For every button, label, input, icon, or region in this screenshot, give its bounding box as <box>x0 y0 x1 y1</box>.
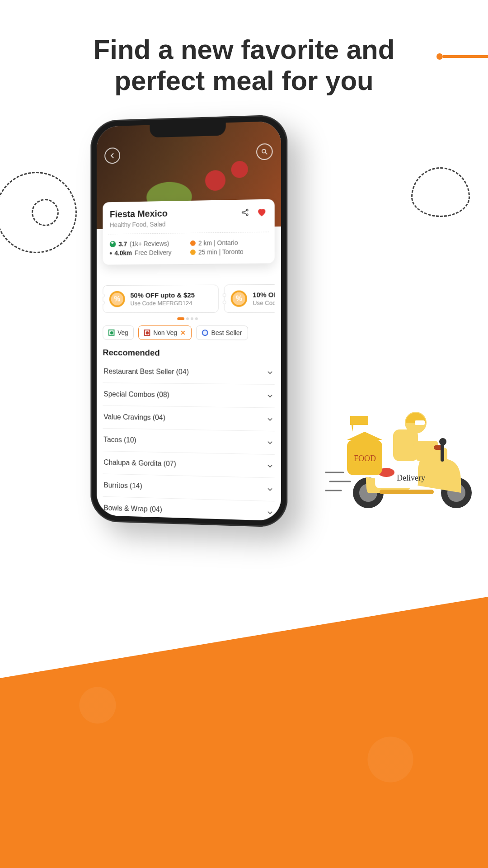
svg-point-0 <box>262 149 266 153</box>
decoration-circle <box>411 167 470 217</box>
category-label: Special Combos (08) <box>103 390 169 399</box>
filter-nonveg[interactable]: Non Veg ✕ <box>138 326 192 340</box>
svg-point-2 <box>246 209 248 211</box>
close-icon[interactable]: ✕ <box>180 329 186 336</box>
rating-row: 3.7 (1k+ Reviews) <box>110 240 185 248</box>
restaurant-cuisine: Healthy Food, Salad <box>110 221 168 229</box>
svg-rect-21 <box>415 420 425 425</box>
filter-bestseller[interactable]: Best Seller <box>196 326 248 340</box>
filter-chips: Veg Non Veg ✕ Best Seller <box>103 326 274 340</box>
coupon-card[interactable]: % 10% OFF Use Code <box>224 284 275 313</box>
bottom-band <box>0 597 488 868</box>
chevron-down-icon <box>266 369 273 376</box>
chevron-down-icon <box>266 486 273 493</box>
chevron-down-icon <box>266 462 273 470</box>
favorite-icon[interactable] <box>256 207 267 218</box>
category-label: Restaurant Best Seller (04) <box>103 368 189 376</box>
delivery-label: Free Delivery <box>135 249 172 256</box>
category-label: Tacos (10) <box>103 436 136 444</box>
location-2: 25 min | Toronto <box>198 248 244 256</box>
search-icon <box>261 148 268 156</box>
svg-point-3 <box>246 214 248 216</box>
filter-veg[interactable]: Veg <box>103 326 134 340</box>
restaurant-info-card: Fiesta Mexico Healthy Food, Salad 3.7 (1… <box>103 199 274 264</box>
phone-mockup: Fiesta Mexico Healthy Food, Salad 3.7 (1… <box>90 114 287 528</box>
delivery-box-label: FOOD <box>354 454 376 463</box>
carousel-pager <box>103 317 274 320</box>
filter-label: Non Veg <box>153 329 177 336</box>
svg-rect-23 <box>441 443 444 462</box>
coupon-code: Use Code MEFRGD124 <box>130 300 195 307</box>
location-1: 2 km | Ontario <box>198 239 238 247</box>
svg-marker-15 <box>347 432 382 440</box>
nonveg-icon <box>144 330 150 336</box>
pin-icon <box>190 241 196 246</box>
svg-marker-17 <box>350 416 368 425</box>
category-row[interactable]: Chalupa & Gordita (07) <box>103 451 274 478</box>
category-row[interactable]: Restaurant Best Seller (04) <box>103 360 274 385</box>
coupon-carousel[interactable]: % 50% OFF upto & $25 Use Code MEFRGD124 … <box>103 284 274 313</box>
phone-notch <box>150 123 225 137</box>
decoration-circle <box>32 199 59 226</box>
svg-rect-25 <box>380 490 434 494</box>
svg-point-1 <box>242 212 244 213</box>
filter-label: Best Seller <box>211 329 242 336</box>
percent-icon: % <box>109 291 125 307</box>
category-label: Chalupa & Gordita (07) <box>103 458 176 468</box>
category-row[interactable]: Special Combos (08) <box>103 383 274 408</box>
category-label: Burritos (14) <box>103 481 142 490</box>
eta-row: 25 min | Toronto <box>190 248 267 256</box>
veg-icon <box>108 330 115 336</box>
coupon-code: Use Code <box>253 299 275 306</box>
svg-point-24 <box>439 438 446 445</box>
dot-icon <box>110 252 112 254</box>
filter-label: Veg <box>117 329 128 336</box>
category-row[interactable]: Value Cravings (04) <box>103 406 274 431</box>
category-label: Value Cravings (04) <box>103 413 165 422</box>
chevron-down-icon <box>266 416 273 423</box>
reviews-count: (1k+ Reviews) <box>130 240 169 248</box>
rating-value: 3.7 <box>118 241 127 248</box>
category-row[interactable]: Tacos (10) <box>103 429 274 455</box>
search-button[interactable] <box>256 143 273 160</box>
chevron-down-icon <box>266 509 273 517</box>
coupon-title: 50% OFF upto & $25 <box>130 291 195 299</box>
location-row: 2 km | Ontario <box>190 239 267 247</box>
coupon-title: 10% OFF <box>253 291 275 298</box>
share-icon[interactable] <box>241 208 250 217</box>
chevron-left-icon <box>109 152 116 159</box>
back-button[interactable] <box>104 147 120 164</box>
chevron-down-icon <box>266 392 273 400</box>
distance-value: 4.0km <box>114 249 132 256</box>
percent-icon: % <box>231 290 247 307</box>
clock-icon <box>190 250 196 255</box>
section-title: Reccomended <box>103 348 274 359</box>
chevron-down-icon <box>266 439 273 447</box>
delivery-tag-label: Delivery <box>397 473 425 482</box>
restaurant-name: Fiesta Mexico <box>110 208 168 220</box>
delivery-illustration: Delivery FOOD <box>325 405 479 513</box>
star-icon <box>110 241 116 247</box>
category-label: Bowls & Wrap (04) <box>103 504 162 514</box>
badge-icon <box>202 330 208 336</box>
accent-line <box>443 55 488 58</box>
hero-title: Find a new favorite and perfect meal for… <box>50 34 438 96</box>
coupon-card[interactable]: % 50% OFF upto & $25 Use Code MEFRGD124 <box>103 285 218 313</box>
distance-row: 4.0km Free Delivery <box>110 249 185 257</box>
